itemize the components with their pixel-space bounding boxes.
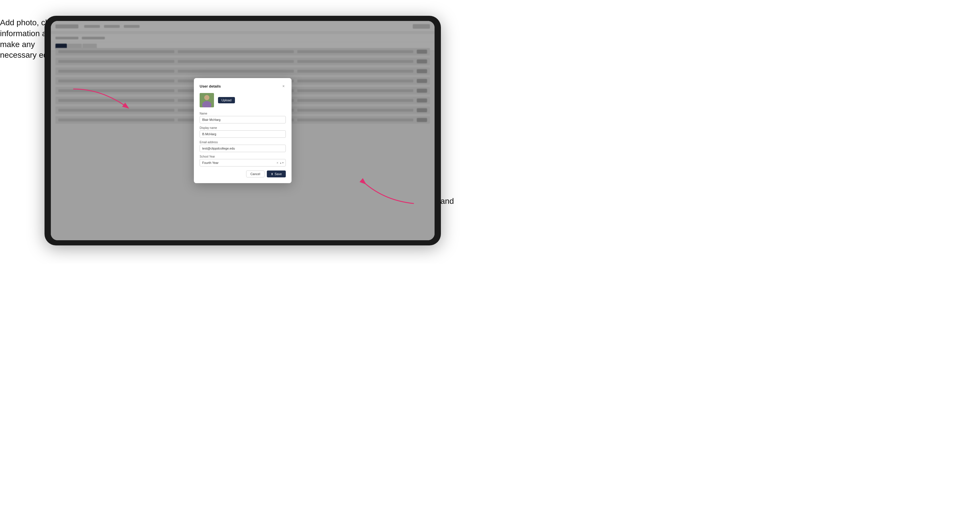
- user-details-modal: User details ×: [194, 78, 291, 183]
- modal-overlay: User details ×: [51, 21, 434, 240]
- close-icon[interactable]: ×: [281, 84, 286, 89]
- name-field-group: Name: [200, 112, 286, 124]
- school-year-input[interactable]: [200, 159, 286, 167]
- select-icons: × ▲▼: [277, 161, 284, 165]
- select-clear-icon[interactable]: ×: [277, 161, 278, 165]
- cancel-button[interactable]: Cancel: [246, 170, 264, 178]
- email-label: Email address: [200, 141, 286, 144]
- name-input[interactable]: [200, 116, 286, 124]
- name-label: Name: [200, 112, 286, 115]
- school-year-field-group: School Year × ▲▼: [200, 155, 286, 167]
- email-field-group: Email address: [200, 141, 286, 152]
- display-name-label: Display name: [200, 126, 286, 129]
- modal-header: User details ×: [200, 84, 286, 89]
- tablet-screen: User details ×: [51, 21, 434, 240]
- display-name-input[interactable]: [200, 130, 286, 138]
- upload-button[interactable]: Upload: [218, 97, 235, 103]
- email-input[interactable]: [200, 144, 286, 152]
- display-name-field-group: Display name: [200, 126, 286, 138]
- photo-section: Upload: [200, 93, 286, 107]
- save-button-label: Save: [275, 172, 282, 176]
- school-year-select-wrapper: × ▲▼: [200, 159, 286, 167]
- svg-point-3: [204, 95, 209, 100]
- avatar: [200, 93, 214, 107]
- save-button[interactable]: ⬆ Save: [267, 170, 286, 178]
- chevron-down-icon[interactable]: ▲▼: [280, 162, 284, 164]
- annotation-left-line3: make any: [0, 40, 35, 49]
- modal-title: User details: [200, 84, 221, 89]
- modal-footer: Cancel ⬆ Save: [200, 170, 286, 178]
- school-year-label: School Year: [200, 155, 286, 158]
- save-icon: ⬆: [271, 173, 273, 176]
- avatar-figure: [200, 93, 214, 107]
- tablet-device: User details ×: [45, 16, 441, 245]
- avatar-svg: [200, 93, 214, 107]
